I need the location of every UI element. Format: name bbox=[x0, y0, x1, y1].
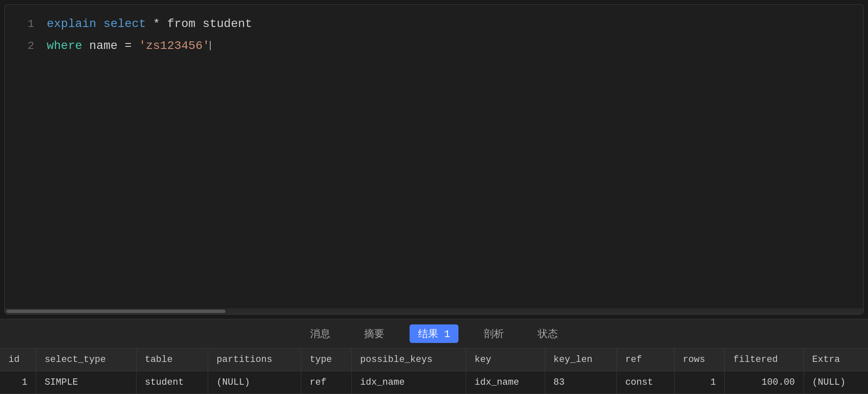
rest-line1: * from student bbox=[153, 17, 252, 30]
line-number-1: 1 bbox=[13, 15, 34, 33]
cell-id: 1 bbox=[0, 371, 36, 394]
cell-key-len: 83 bbox=[545, 371, 616, 394]
col-header-table: table bbox=[136, 348, 208, 371]
table-header-row: id select_type table partitions type pos… bbox=[0, 348, 868, 371]
keyword-select: select bbox=[103, 17, 146, 30]
string-value: 'zs123456' bbox=[139, 39, 209, 52]
cell-select-type: SIMPLE bbox=[36, 371, 136, 394]
line-content-1: explain select * from student bbox=[47, 14, 252, 34]
line-number-2: 2 bbox=[13, 37, 34, 55]
cell-table: student bbox=[136, 371, 208, 394]
col-header-id: id bbox=[0, 348, 36, 371]
tab-messages[interactable]: 消息 bbox=[302, 324, 339, 343]
code-area[interactable]: 1 explain select * from student 2 where … bbox=[5, 5, 863, 308]
col-header-key-len: key_len bbox=[545, 348, 616, 371]
col-header-ref: ref bbox=[616, 348, 674, 371]
tab-status[interactable]: 状态 bbox=[529, 324, 566, 343]
line-content-2: where name = 'zs123456' bbox=[47, 36, 211, 56]
horizontal-scrollbar[interactable] bbox=[5, 308, 863, 314]
cell-filtered: 100.00 bbox=[725, 371, 804, 394]
cell-ref: const bbox=[616, 371, 674, 394]
cell-partitions: (NULL) bbox=[208, 371, 301, 394]
col-header-partitions: partitions bbox=[208, 348, 301, 371]
col-header-select-type: select_type bbox=[36, 348, 136, 371]
table-row: 1 SIMPLE student (NULL) ref idx_name idx… bbox=[0, 371, 868, 394]
tabs-row: 消息 摘要 结果 1 剖析 状态 bbox=[0, 319, 868, 348]
code-line-1: 1 explain select * from student bbox=[5, 13, 863, 35]
code-line-2: 2 where name = 'zs123456' bbox=[5, 35, 863, 57]
keyword-explain: explain bbox=[47, 17, 96, 30]
keyword-where: where bbox=[47, 39, 82, 52]
cell-extra: (NULL) bbox=[804, 371, 868, 394]
cell-possible-keys: idx_name bbox=[351, 371, 466, 394]
col-header-rows: rows bbox=[674, 348, 725, 371]
cell-key: idx_name bbox=[466, 371, 545, 394]
cell-type: ref bbox=[301, 371, 352, 394]
tab-result1[interactable]: 结果 1 bbox=[410, 324, 459, 343]
results-wrapper: id select_type table partitions type pos… bbox=[0, 348, 868, 394]
text-cursor bbox=[210, 41, 211, 50]
cell-rows: 1 bbox=[674, 371, 725, 394]
col-header-type: type bbox=[301, 348, 352, 371]
scrollbar-thumb[interactable] bbox=[6, 310, 225, 313]
tab-summary[interactable]: 摘要 bbox=[356, 324, 393, 343]
col-header-extra: Extra bbox=[804, 348, 868, 371]
col-header-key: key bbox=[466, 348, 545, 371]
results-table: id select_type table partitions type pos… bbox=[0, 348, 868, 394]
col-header-possible-keys: possible_keys bbox=[351, 348, 466, 371]
tab-profile[interactable]: 剖析 bbox=[475, 324, 512, 343]
space2: name = bbox=[89, 39, 139, 52]
bottom-panel: 消息 摘要 结果 1 剖析 状态 id select_type table pa… bbox=[0, 319, 868, 394]
col-header-filtered: filtered bbox=[725, 348, 804, 371]
editor-container: 1 explain select * from student 2 where … bbox=[4, 4, 864, 315]
